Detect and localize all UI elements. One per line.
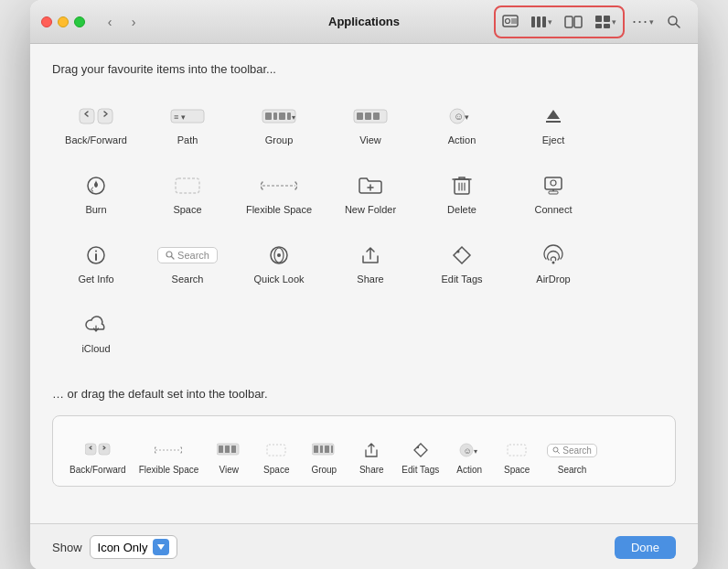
quick-look-icon (268, 241, 290, 270)
item-quick-look-label: Quick Look (253, 274, 304, 284)
default-item-space[interactable]: Space (253, 435, 299, 478)
more-toolbar-btn[interactable]: ··· ▾ (626, 8, 659, 36)
svg-text:▾: ▾ (465, 113, 469, 122)
svg-rect-29 (373, 113, 380, 120)
item-group-label: Group (265, 134, 294, 145)
path-icon: ≡ ▾ (170, 102, 205, 131)
default-item-flexible-space[interactable]: Flexible Space (134, 435, 205, 478)
item-share[interactable]: Share (327, 230, 414, 295)
svg-rect-23 (279, 113, 285, 120)
default-item-share[interactable]: Share (348, 435, 394, 478)
close-button[interactable] (41, 16, 52, 27)
default-view-label: View (219, 465, 240, 475)
default-item-group[interactable]: Group (301, 435, 347, 478)
item-edit-tags[interactable]: Edit Tags (418, 230, 506, 295)
item-back-forward[interactable]: Back/Forward (52, 91, 140, 156)
default-item-view[interactable]: View (206, 435, 252, 478)
default-space2-label: Space (504, 465, 530, 475)
minimize-button[interactable] (58, 16, 69, 27)
item-group[interactable]: ▾ Group (235, 91, 323, 156)
item-new-folder[interactable]: New Folder (327, 160, 414, 226)
item-space[interactable]: Space (144, 160, 231, 226)
select-arrow-icon (153, 539, 169, 555)
forward-button[interactable]: › (123, 12, 144, 32)
item-new-folder-label: New Folder (345, 204, 396, 215)
default-flexible-space-icon (155, 439, 182, 461)
svg-rect-63 (267, 445, 285, 456)
svg-text:≡ ▾: ≡ ▾ (174, 113, 186, 122)
default-edit-tags-label: Edit Tags (401, 465, 439, 475)
item-flexible-space-label: Flexible Space (246, 204, 312, 215)
done-button[interactable]: Done (615, 536, 676, 559)
search-toolbar-btn[interactable] (661, 8, 687, 36)
svg-rect-61 (225, 446, 230, 453)
show-select-value: Icon Only (98, 541, 148, 554)
item-quick-look[interactable]: Quick Look (235, 230, 323, 295)
item-action[interactable]: ☺ ▾ Action (418, 91, 506, 156)
item-burn[interactable]: Burn (52, 160, 140, 226)
svg-point-48 (95, 251, 97, 252)
group-icon: ▾ (262, 102, 296, 131)
show-select-dropdown[interactable]: Icon Only (90, 535, 178, 559)
item-airdrop[interactable]: AirDrop (509, 230, 597, 295)
gallery-toolbar-btn[interactable]: ▾ (589, 8, 622, 36)
item-path[interactable]: ≡ ▾ Path (144, 91, 231, 156)
default-action-label: Action (456, 465, 482, 475)
default-item-search[interactable]: Search Search (541, 435, 603, 478)
back-button[interactable]: ‹ (100, 12, 120, 32)
split-toolbar-btn[interactable] (559, 8, 588, 36)
delete-icon (452, 171, 472, 200)
svg-rect-5 (531, 16, 535, 27)
maximize-button[interactable] (74, 16, 85, 27)
recents-toolbar-btn[interactable] (497, 8, 524, 36)
default-item-edit-tags[interactable]: Edit Tags (396, 435, 444, 478)
default-share-label: Share (359, 465, 384, 475)
default-group-label: Group (311, 465, 337, 475)
svg-rect-60 (219, 446, 223, 453)
svg-rect-10 (595, 16, 602, 22)
item-view[interactable]: View (327, 91, 414, 156)
item-eject[interactable]: Eject (509, 91, 597, 156)
item-get-info[interactable]: Get Info (52, 230, 140, 295)
item-edit-tags-label: Edit Tags (441, 274, 482, 284)
svg-rect-6 (537, 16, 541, 27)
item-eject-label: Eject (542, 134, 564, 145)
titlebar-toolbar: ▾ ▾ (494, 5, 687, 38)
default-hint-text: … or drag the default set into the toolb… (52, 387, 676, 401)
item-search[interactable]: Search Search (144, 230, 231, 295)
item-connect[interactable]: Connect (509, 160, 597, 226)
default-action-icon: ☺ ▾ (457, 439, 481, 461)
share-icon (360, 241, 380, 270)
airdrop-icon (542, 241, 564, 270)
svg-rect-22 (273, 113, 277, 120)
icloud-icon (83, 310, 109, 339)
item-delete[interactable]: Delete (418, 160, 506, 226)
default-back-forward-label: Back/Forward (70, 465, 126, 475)
svg-rect-66 (320, 446, 323, 453)
default-space2-icon (507, 439, 527, 461)
svg-rect-65 (314, 446, 318, 453)
titlebar: ‹ › Applications (30, 0, 698, 44)
default-space-icon (266, 439, 286, 461)
item-back-forward-label: Back/Forward (65, 134, 127, 145)
edit-tags-icon (451, 241, 473, 270)
finder-window: ‹ › Applications (30, 0, 698, 569)
default-edit-tags-icon (412, 439, 429, 461)
default-search-label: Search (558, 465, 587, 475)
item-burn-label: Burn (85, 204, 106, 215)
default-search-icon: Search (547, 439, 597, 461)
item-icloud[interactable]: iCloud (52, 299, 140, 365)
default-space-label: Space (263, 465, 289, 475)
default-item-back-forward[interactable]: Back/Forward (64, 435, 132, 478)
toolbar-items-grid: Back/Forward ≡ ▾ Path (52, 91, 676, 365)
default-item-action[interactable]: ☺ ▾ Action (446, 435, 492, 478)
svg-rect-34 (176, 178, 199, 193)
default-item-space2[interactable]: Space (494, 435, 540, 478)
svg-rect-12 (595, 24, 602, 28)
item-flexible-space[interactable]: Flexible Space (235, 160, 323, 226)
columns-toolbar-btn[interactable]: ▾ (525, 8, 558, 36)
svg-rect-73 (508, 445, 526, 456)
svg-rect-11 (604, 16, 610, 22)
item-get-info-label: Get Info (78, 274, 113, 284)
svg-point-45 (551, 180, 556, 186)
